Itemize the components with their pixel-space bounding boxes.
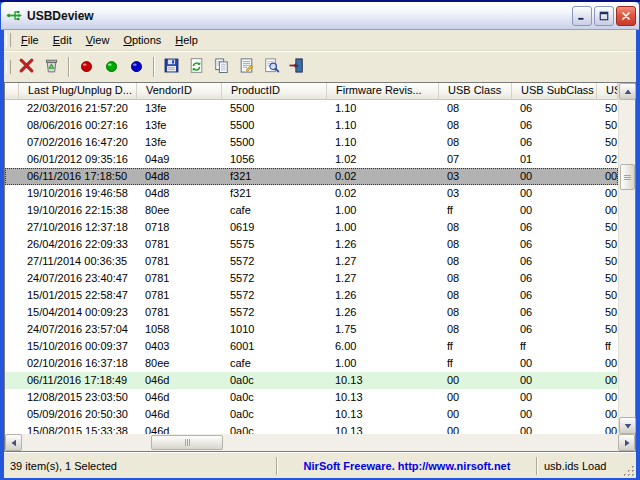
cell-usb-class: 08 — [438, 117, 511, 134]
cell-usb-protocol: 50 — [596, 287, 618, 304]
table-row[interactable]: 22/03/2016 21:57:2013fe55001.10080650 — [5, 100, 618, 117]
cell-usb-class: 03 — [438, 185, 511, 202]
table-row[interactable]: 19/10/2016 22:15:3880eecafe1.00ff0000 — [5, 202, 618, 219]
column-header-usb-subclass[interactable]: USB SubClass — [512, 83, 597, 100]
cell-spacer — [5, 185, 18, 202]
cell-last-plug-unplug-date: 08/06/2016 00:27:16 — [18, 117, 136, 134]
cell-vendor-id: 1058 — [136, 321, 221, 338]
table-row[interactable]: 27/11/2014 00:36:35078155721.27080650 — [5, 253, 618, 270]
cell-firmware-revision: 1.00 — [326, 355, 438, 372]
blue-ball-button[interactable] — [125, 56, 148, 79]
menu-item-view[interactable]: View — [79, 32, 117, 48]
table-row[interactable]: 12/08/2015 23:03:50046d0a0c10.13000000 — [5, 389, 618, 406]
cell-vendor-id: 046d — [136, 372, 221, 389]
column-header-spacer[interactable] — [5, 83, 19, 100]
table-row[interactable]: 24/07/2016 23:57:04105810101.75080650 — [5, 321, 618, 338]
column-header-last-plug-unplug-date[interactable]: Last Plug/Unplug D... — [19, 83, 137, 100]
table-row[interactable]: 07/02/2016 16:47:2013fe55001.10080650 — [5, 134, 618, 151]
refresh-button[interactable] — [185, 56, 208, 79]
cell-usb-class: 08 — [438, 236, 511, 253]
cell-spacer — [5, 202, 18, 219]
vscroll-up-arrow[interactable] — [619, 83, 636, 100]
find-button[interactable] — [260, 56, 283, 79]
column-header-usb-protocol[interactable]: USB Protocol — [597, 83, 618, 100]
table-row[interactable]: 24/07/2016 23:40:47078155721.27080650 — [5, 270, 618, 287]
column-header-firmware-revision[interactable]: Firmware Revis... — [327, 83, 439, 100]
table-row[interactable]: 15/04/2014 00:09:23078155721.26080650 — [5, 304, 618, 321]
column-header-vendor-id[interactable]: VendorID — [137, 83, 222, 100]
exit-button[interactable] — [285, 56, 308, 79]
cell-firmware-revision: 1.26 — [326, 236, 438, 253]
vscroll-thumb[interactable] — [620, 164, 635, 190]
table-row[interactable]: 08/06/2016 00:27:1613fe55001.10080650 — [5, 117, 618, 134]
cell-usb-subclass: 06 — [511, 134, 596, 151]
red-ball-button[interactable] — [75, 56, 98, 79]
table-row[interactable]: 27/10/2016 12:37:18071806191.00080650 — [5, 219, 618, 236]
cell-usb-protocol: 50 — [596, 270, 618, 287]
rebar-grip[interactable] — [6, 60, 11, 74]
cell-usb-class: 00 — [438, 389, 511, 406]
table-row[interactable]: 15/10/2016 00:09:37040360016.00ffffff — [5, 338, 618, 355]
table-row[interactable]: 15/01/2015 22:58:47078155721.26080650 — [5, 287, 618, 304]
table-row[interactable]: 19/10/2016 19:46:5804d8f3210.02030000 — [5, 185, 618, 202]
table-row[interactable]: 05/09/2016 20:50:30046d0a0c10.13000000 — [5, 406, 618, 423]
hscroll-right-arrow[interactable] — [618, 434, 635, 451]
hscroll-left-arrow[interactable] — [5, 434, 22, 451]
rebar-grip[interactable] — [6, 33, 11, 47]
cell-last-plug-unplug-date: 15/08/2015 15:33:38 — [18, 423, 136, 434]
usbdeview-window: USBDeview FileEditViewOptionsHelp Last P… — [0, 2, 640, 476]
cell-vendor-id: 0403 — [136, 338, 221, 355]
menu-item-edit[interactable]: Edit — [46, 32, 79, 48]
vscroll-down-arrow[interactable] — [619, 417, 636, 434]
copy-button[interactable] — [210, 56, 233, 79]
cell-vendor-id: 046d — [136, 423, 221, 434]
table-row[interactable]: 26/04/2016 22:09:33078155751.26080650 — [5, 236, 618, 253]
cell-firmware-revision: 1.27 — [326, 253, 438, 270]
disconnect-button[interactable] — [15, 56, 38, 79]
cell-usb-class: 00 — [438, 406, 511, 423]
table-row[interactable]: 06/01/2012 09:35:1604a910561.02070102 — [5, 151, 618, 168]
cell-usb-class: 08 — [438, 253, 511, 270]
column-header-product-id[interactable]: ProductID — [222, 83, 327, 100]
green-ball-button[interactable] — [100, 56, 123, 79]
cell-usb-protocol: 02 — [596, 151, 618, 168]
table-row[interactable]: 02/10/2016 16:37:1880eecafe1.00ff0000 — [5, 355, 618, 372]
cell-firmware-revision: 1.10 — [326, 134, 438, 151]
cell-usb-subclass: 00 — [511, 372, 596, 389]
resize-grip-icon[interactable] — [622, 464, 636, 478]
cell-firmware-revision: 1.00 — [326, 219, 438, 236]
table-row[interactable]: 06/11/2016 17:18:49046d0a0c10.13000000 — [5, 372, 618, 389]
minimize-button[interactable] — [572, 6, 592, 26]
status-bar: 39 item(s), 1 Selected NirSoft Freeware.… — [4, 452, 636, 478]
vertical-scrollbar[interactable] — [618, 83, 635, 434]
cell-product-id: 5500 — [221, 100, 326, 117]
table-row[interactable]: 15/08/2015 15:33:38046d0a0c10.13000000 — [5, 423, 618, 434]
uninstall-button[interactable] — [40, 56, 63, 79]
maximize-button[interactable] — [594, 6, 614, 26]
cell-usb-subclass: 01 — [511, 151, 596, 168]
table-row[interactable]: 06/11/2016 17:18:5004d8f3210.02030000 — [5, 168, 618, 185]
column-header-row: Last Plug/Unplug D...VendorIDProductIDFi… — [5, 83, 618, 100]
cell-spacer — [5, 355, 18, 372]
column-header-usb-class[interactable]: USB Class — [439, 83, 512, 100]
nirsoft-link[interactable]: NirSoft Freeware. http://www.nirsoft.net — [278, 453, 536, 478]
cell-last-plug-unplug-date: 06/01/2012 09:35:16 — [18, 151, 136, 168]
properties-button[interactable] — [235, 56, 258, 79]
close-button[interactable] — [616, 6, 636, 26]
menu-item-options[interactable]: Options — [116, 32, 168, 48]
toolbar-separator — [153, 57, 155, 77]
cell-vendor-id: 0781 — [136, 253, 221, 270]
save-icon — [163, 57, 180, 78]
menu-item-help[interactable]: Help — [168, 32, 205, 48]
cell-last-plug-unplug-date: 05/09/2016 20:50:30 — [18, 406, 136, 423]
horizontal-scrollbar[interactable] — [5, 434, 635, 451]
cell-usb-subclass: 06 — [511, 270, 596, 287]
hscroll-thumb[interactable] — [151, 435, 223, 450]
save-button[interactable] — [160, 56, 183, 79]
usb-plug-icon[interactable] — [6, 7, 23, 24]
cell-vendor-id: 04d8 — [136, 185, 221, 202]
cell-spacer — [5, 270, 18, 287]
cell-usb-subclass: 00 — [511, 423, 596, 434]
cell-firmware-revision: 1.10 — [326, 117, 438, 134]
menu-item-file[interactable]: File — [14, 32, 46, 48]
